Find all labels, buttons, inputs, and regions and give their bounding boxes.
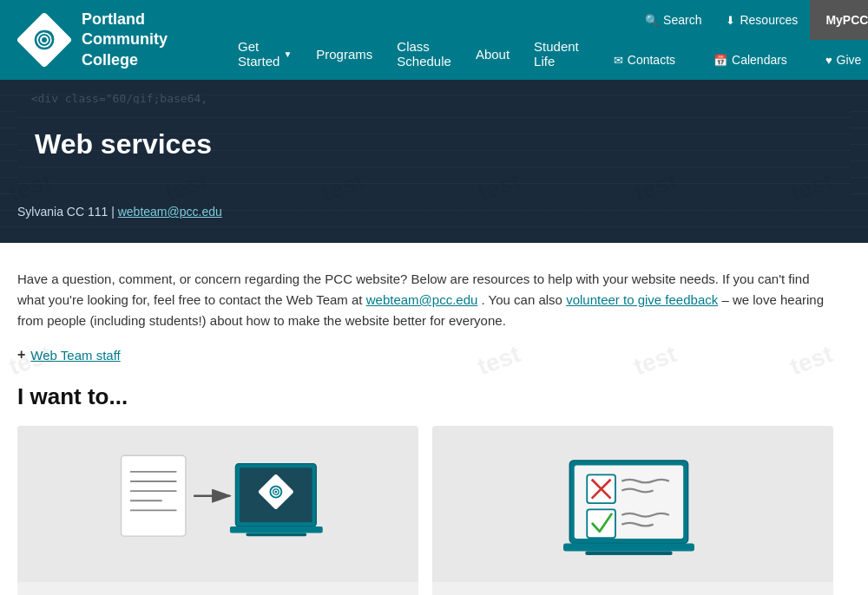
intro-paragraph: Have a question, comment, or concern reg… xyxy=(17,269,833,331)
nav-about[interactable]: About xyxy=(464,28,522,80)
web-team-staff-section: + Web Team staff xyxy=(17,347,833,363)
put-content-svg xyxy=(105,439,331,569)
email-link[interactable]: webteam@pcc.edu xyxy=(366,292,478,307)
put-content-illustration xyxy=(17,426,418,582)
web-team-staff-link[interactable]: Web Team staff xyxy=(30,348,120,363)
main-content: Have a question, comment, or concern reg… xyxy=(0,243,851,595)
contacts-icon: ✉ xyxy=(614,54,623,67)
update-page-illustration xyxy=(432,426,833,582)
heart-icon: ♥ xyxy=(825,54,832,67)
svg-point-3 xyxy=(42,37,47,42)
search-button[interactable]: 🔍 Search xyxy=(633,0,713,40)
svg-rect-18 xyxy=(247,533,307,536)
main-nav: Get Started ▼ Programs Class Schedule Ab… xyxy=(226,0,591,80)
update-page-svg xyxy=(546,439,720,569)
svg-rect-22 xyxy=(585,552,672,556)
nav-programs[interactable]: Programs xyxy=(304,28,385,80)
hero-banner: <div class="60/gif;base64, class="contai… xyxy=(0,80,868,243)
i-want-to-heading: I want to... xyxy=(17,383,833,410)
put-content-card: Put content online New website: New depa… xyxy=(17,426,418,595)
give-button[interactable]: ♥ Give xyxy=(813,53,868,67)
hero-subtitle: Sylvania CC 111 | webteam@pcc.edu xyxy=(17,205,851,219)
svg-rect-17 xyxy=(230,526,323,533)
location-text: Sylvania CC 111 xyxy=(17,205,108,219)
cards-container: Put content online New website: New depa… xyxy=(17,426,833,595)
search-icon: 🔍 xyxy=(645,14,659,27)
plus-icon: + xyxy=(17,347,25,363)
resources-icon: ⬇ xyxy=(726,14,735,27)
nav-get-started[interactable]: Get Started ▼ xyxy=(226,28,304,80)
svg-rect-21 xyxy=(563,543,694,551)
nav-class-schedule[interactable]: Class Schedule xyxy=(385,28,464,80)
update-page-card: Update an existing page Website correcti… xyxy=(432,426,833,595)
hero-email-link[interactable]: webteam@pcc.edu xyxy=(118,205,222,219)
nav-student-life[interactable]: Student Life xyxy=(522,28,591,80)
resources-button[interactable]: ⬇ Resources xyxy=(713,0,810,40)
page-title: Web services xyxy=(17,104,851,199)
mypcc-button[interactable]: MyPCC xyxy=(810,0,868,40)
pcc-logo-icon xyxy=(17,13,71,67)
svg-point-16 xyxy=(274,491,277,494)
volunteer-link[interactable]: volunteer to give feedback xyxy=(566,292,718,307)
svg-rect-4 xyxy=(122,455,186,536)
site-name: Portland Community College xyxy=(82,10,168,70)
calendars-icon: 📅 xyxy=(713,54,727,67)
top-navigation: Portland Community College Get Started ▼… xyxy=(0,0,868,80)
dropdown-arrow-icon: ▼ xyxy=(283,49,292,59)
calendars-button[interactable]: 📅 Calendars xyxy=(701,53,799,67)
logo-area[interactable]: Portland Community College xyxy=(0,0,226,80)
update-page-body: Update an existing page Website correcti… xyxy=(432,582,833,595)
contacts-button[interactable]: ✉ Contacts xyxy=(602,53,687,67)
top-right-actions: 🔍 Search ⬇ Resources MyPCC ✉ Contacts 📅 … xyxy=(591,0,868,80)
put-content-body: Put content online New website: New depa… xyxy=(17,582,418,595)
